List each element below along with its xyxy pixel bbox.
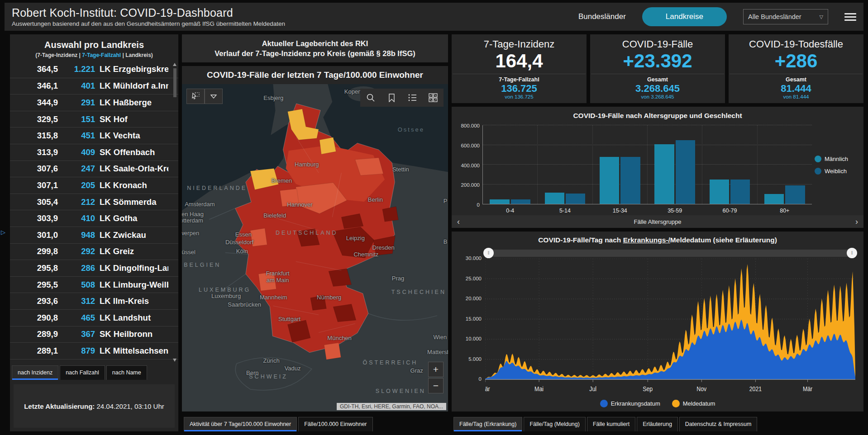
list-item[interactable]: 313,9409SK Offenbach <box>10 144 178 161</box>
bar-männlich[interactable] <box>654 144 674 204</box>
list-item[interactable]: 288,3451SK Herne <box>10 359 178 364</box>
list-item[interactable]: 303,9410LK Gotha <box>10 210 178 227</box>
stat-value: +286 <box>729 51 863 71</box>
pager-next-icon[interactable]: › <box>850 217 863 227</box>
right-tab-0[interactable]: Fälle/Tag (Erkrankung) <box>453 417 522 431</box>
incidence-value: 307,6 <box>14 164 58 174</box>
map-tab-1[interactable]: Fälle/100.000 Einwohner <box>298 417 372 431</box>
stat-card-todesfaelle: COVID-19-Todesfälle +286 Gesamt 81.444 v… <box>729 34 863 103</box>
list-item[interactable]: 307,1205LK Kronach <box>10 177 178 194</box>
zoom-out-button[interactable]: − <box>428 378 444 393</box>
bundesland-select[interactable]: Alle Bundesländer ▽ <box>743 9 828 24</box>
legend-swatch <box>815 168 821 175</box>
legend-label: Erkrankungsdatum <box>611 400 660 407</box>
svg-text:Sep: Sep <box>643 385 653 392</box>
nav-landkreise[interactable]: Landkreise <box>642 7 727 26</box>
slider-handle-left[interactable]: ‖ <box>483 248 494 258</box>
cases-value: 410 <box>62 213 95 223</box>
age-group[interactable]: 15-34 <box>593 125 648 204</box>
landkreis-name: SK Heilbronn <box>100 329 168 339</box>
cases-value: 451 <box>62 362 95 364</box>
collapse-rail[interactable]: ▷ <box>0 34 6 431</box>
list-item[interactable]: 293,6312LK Ilm-Kreis <box>10 293 178 309</box>
list-item[interactable]: 299,8292LK Greiz <box>10 243 178 260</box>
last-update-value: 24.04.2021, 03:10 Uhr <box>95 402 164 410</box>
list-item[interactable]: 364,51.221LK Erzgebirgskreis <box>10 61 178 78</box>
menu-icon[interactable] <box>844 11 856 23</box>
map-basemap-button[interactable] <box>423 89 444 107</box>
map-select-tool[interactable] <box>186 89 205 104</box>
scroll-up-icon[interactable] <box>173 63 176 66</box>
map-tool-dropdown[interactable] <box>205 89 223 104</box>
list-item[interactable]: 305,4212LK Sömmerda <box>10 194 178 210</box>
zoom-in-button[interactable]: + <box>428 362 444 377</box>
age-group[interactable]: 35-59 <box>648 125 702 204</box>
stat-sub-value: 3.268.645 <box>590 83 725 94</box>
map-bookmark-button[interactable] <box>381 89 402 107</box>
landkreis-name: LK Landshut <box>100 313 168 323</box>
stat-sub-caption: von 81.444 <box>729 94 863 99</box>
list-item[interactable]: 290,8465LK Landshut <box>10 309 178 326</box>
incidence-value: 346,1 <box>14 81 58 91</box>
legend-label: Meldedatum <box>683 400 715 407</box>
ts-ytick: 20.000 <box>466 296 482 301</box>
age-y-axis: 0200.000400.000600.000800.000 <box>456 125 482 204</box>
list-item[interactable]: 307,6247LK Saale-Orla-Kreis <box>10 161 178 177</box>
bar-männlich[interactable] <box>764 194 784 204</box>
scroll-thumb[interactable] <box>173 68 176 97</box>
lagebericht-banner[interactable]: Aktueller Lagebericht des RKI Verlauf de… <box>182 34 448 62</box>
incidence-value: 299,8 <box>14 246 58 256</box>
right-tab-3[interactable]: Erläuterung <box>637 417 678 431</box>
age-group[interactable]: 60-79 <box>702 125 757 204</box>
bar-weiblich[interactable] <box>730 180 750 204</box>
bar-weiblich[interactable] <box>511 199 530 204</box>
cases-value: 312 <box>62 296 95 306</box>
map-search-button[interactable] <box>360 89 381 107</box>
age-group[interactable]: 80+ <box>758 125 812 204</box>
scrollbar[interactable] <box>172 61 178 364</box>
right-tab-2[interactable]: Fälle kumuliert <box>587 417 635 431</box>
landkreis-name: LK Zwickau <box>100 230 168 240</box>
bar-männlich[interactable] <box>600 157 619 204</box>
landkreis-name: LK Mittelsachsen <box>100 346 168 356</box>
age-group[interactable]: 5-14 <box>538 125 592 204</box>
bar-weiblich[interactable] <box>620 157 640 204</box>
sort-tab-0[interactable]: nach Inzidenz <box>12 365 58 380</box>
list-item[interactable]: 315,8451LK Vechta <box>10 127 178 144</box>
pager-prev-icon[interactable]: ‹ <box>452 217 465 227</box>
list-item[interactable]: 289,1879LK Mittelsachsen <box>10 342 178 359</box>
timeseries-legend: ErkrankungsdatumMeldedatum <box>452 395 863 411</box>
sort-tab-1[interactable]: nach Fallzahl <box>60 365 105 380</box>
map-tab-0[interactable]: Aktivität über 7 Tage/100.000 Einwohner <box>184 417 297 431</box>
list-item[interactable]: 329,5151SK Hof <box>10 111 178 128</box>
cases-value: 508 <box>62 280 95 290</box>
sort-tab-2[interactable]: nach Name <box>106 365 147 380</box>
list-item[interactable]: 295,8286LK Dingolfing-Landau <box>10 260 178 276</box>
sidebar-sort-tabs: nach Inzidenznach Fallzahlnach Name <box>10 364 178 380</box>
list-item[interactable]: 344,9291LK Haßberge <box>10 94 178 111</box>
germany-map[interactable]: EsbjergKopenhagenOstseeHamburgStettinBre… <box>182 84 448 411</box>
right-tab-4[interactable]: Datenschutz & Impressum <box>679 417 758 431</box>
bar-männlich[interactable] <box>710 180 729 204</box>
slider-handle-right[interactable]: ‖ <box>847 248 857 258</box>
nav-bundeslaender[interactable]: Bundesländer <box>578 12 626 21</box>
age-group[interactable]: 0-4 <box>483 125 538 204</box>
cases-value: 247 <box>62 164 95 174</box>
time-range-slider[interactable]: ‖ ‖ <box>485 250 855 257</box>
list-item[interactable]: 346,1401LK Mühldorf a.Inn <box>10 78 178 95</box>
list-item[interactable]: 301,0948LK Zwickau <box>10 227 178 243</box>
scroll-down-icon[interactable] <box>173 359 176 362</box>
bar-weiblich[interactable] <box>785 185 805 204</box>
bar-männlich[interactable] <box>490 199 509 204</box>
list-item[interactable]: 295,5508LK Limburg-Weilburg <box>10 276 178 293</box>
right-tab-1[interactable]: Fälle/Tag (Meldung) <box>524 417 585 431</box>
map-legend-button[interactable] <box>402 89 423 107</box>
bar-weiblich[interactable] <box>566 194 585 204</box>
landkreis-name: LK Saale-Orla-Kreis <box>100 164 168 174</box>
map-card: COVID-19-Fälle der letzten 7 Tage/100.00… <box>182 66 448 411</box>
legend-swatch <box>600 400 608 407</box>
bar-männlich[interactable] <box>545 193 564 204</box>
expand-panel-icon[interactable]: ▷ <box>1 229 5 236</box>
list-item[interactable]: 289,9367SK Heilbronn <box>10 326 178 343</box>
bar-weiblich[interactable] <box>676 140 695 204</box>
